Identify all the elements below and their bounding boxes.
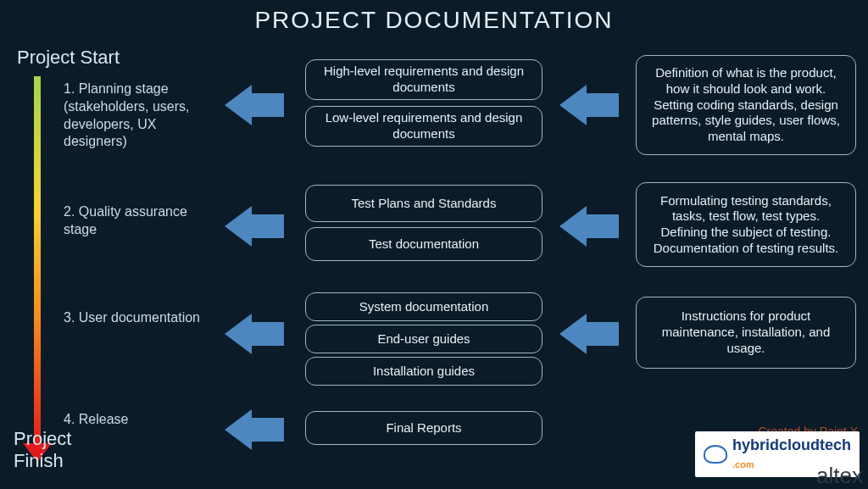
page-title: PROJECT DOCUMENTATION (0, 0, 868, 34)
logo-suffix: .com (732, 459, 754, 470)
timeline-start-label: Project Start (17, 47, 120, 69)
altex-watermark: altex (816, 463, 863, 489)
cloud-icon (704, 445, 727, 464)
timeline-gradient-bar (34, 76, 41, 449)
stage-label-release: 4. Release (64, 411, 216, 429)
box-system-doc: System documentation (305, 292, 542, 321)
box-final-reports: Final Reports (305, 411, 542, 445)
stage-label-qa: 2. Quality assurance stage (64, 203, 216, 239)
arrow-left-icon (225, 314, 284, 354)
box-high-level-reqs: High-level requirements and design docum… (305, 59, 542, 100)
logo-text: hybridcloudtech (732, 436, 851, 453)
arrow-left-icon (225, 206, 284, 247)
stage-label-planning: 1. Planning stage (stakeholders, users, … (64, 81, 216, 151)
arrow-left-icon (225, 409, 284, 450)
box-test-plans: Test Plans and Standards (305, 185, 542, 222)
arrow-left-icon (559, 314, 619, 354)
box-desc-userdoc: Instructions for product maintenance, in… (636, 297, 856, 369)
timeline-finish-label: Project Finish (14, 428, 120, 472)
box-install-guides: Installation guides (305, 357, 542, 386)
timeline: Project Start Project Finish 1. Planning… (17, 47, 120, 472)
box-desc-planning: Definition of what is the product, how i… (636, 55, 856, 155)
box-low-level-reqs: Low-level requirements and design docume… (305, 106, 542, 147)
box-desc-qa: Formulating testing standards, tasks, te… (636, 182, 856, 267)
arrow-left-icon (225, 85, 284, 125)
box-test-documentation: Test documentation (305, 227, 542, 261)
box-enduser-guides: End-user guides (305, 325, 542, 353)
arrow-left-icon (559, 85, 619, 125)
stage-label-userdoc: 3. User documentation (64, 309, 216, 327)
arrow-left-icon (559, 206, 619, 247)
